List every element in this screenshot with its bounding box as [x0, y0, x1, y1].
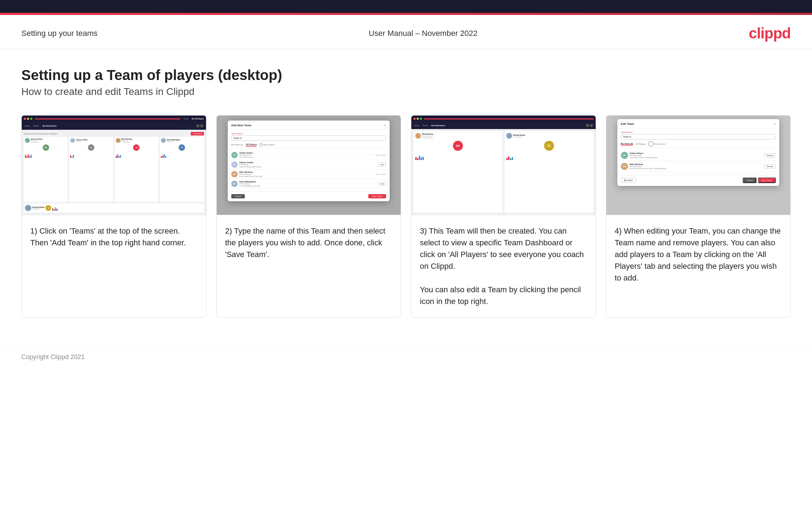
ss3-nav-actions: [586, 124, 593, 127]
ss3-bars-rb: [506, 153, 592, 160]
ss2-filter-checkbox[interactable]: [259, 143, 262, 146]
ss1-players-grid: AP Adrian Collins Plus Handicap The Shir…: [24, 137, 204, 202]
ss2-tab-all-players[interactable]: All Players: [246, 143, 257, 146]
ss2-team-name-input[interactable]: Team A: [231, 135, 386, 141]
ss4-player-detail-1b: The Shire London, United Kingdom: [630, 156, 763, 159]
ss2-player-detail-1b: The Shire London: [239, 156, 374, 158]
ss3-avatar-rb: [506, 133, 512, 139]
ss4-delete-button[interactable]: 🗑 Delete: [621, 178, 636, 183]
ss4-player-avatar-1: AP: [621, 152, 628, 159]
ss2-cancel-button[interactable]: Cancel: [231, 194, 245, 198]
ss4-cancel-button[interactable]: Cancel: [743, 177, 756, 183]
ss2-player-avatar-3: BM: [231, 171, 238, 177]
ss1-bars-3: [116, 152, 157, 158]
ss1-topbar: Home My All Players: [22, 116, 206, 122]
edit-team-modal: Edit Team × Team Name * Team A My Team (…: [617, 119, 779, 186]
ss1-btm-bar-a: [52, 208, 53, 211]
card-2-description: 2) Type the name of this Team and then s…: [217, 215, 401, 317]
copyright-text: Copyright Clippd 2021: [21, 353, 85, 361]
card-1-description: 1) Click on 'Teams' at the top of the sc…: [22, 215, 206, 317]
ss4-player-info-2: Blair McHarg Plus Handicap Royal North D…: [630, 163, 763, 170]
ss3-loc-bm: The Shire London: [422, 137, 433, 139]
ss3-player-card-rb: Richard Butler Plus Handicap 72: [505, 131, 594, 213]
ss2-player-avatar-4: DB: [231, 181, 238, 187]
ss3-p-top-bm: Blair McHarg Plus Handicap The Shire Lon…: [415, 133, 501, 139]
ss3-bar-bm-2: [417, 158, 418, 160]
ss3-main: Blair McHarg Plus Handicap The Shire Lon…: [411, 129, 596, 215]
ss1-filter-label: Viewing 4 out of 4 players from: All Pla…: [24, 133, 58, 135]
ss3-bar-rb-1: [506, 158, 508, 160]
ss2-player-row-3: BM Blair McHarg Plus Handicap Royal Nort…: [231, 170, 386, 179]
ss1-player-card-3: BM Blair McHarg Plus Handicap The Shire …: [115, 137, 158, 202]
ss1-add-team-btn[interactable]: + Add Team: [191, 132, 204, 135]
top-bar: [0, 0, 812, 13]
ss4-tab-my-team[interactable]: My Team (2): [621, 143, 633, 145]
ss2-modal-header: Add New Team ×: [228, 121, 390, 130]
main-content: Setting up a Team of players (desktop) H…: [0, 49, 812, 346]
page-title: Setting up a Team of players (desktop): [21, 67, 791, 83]
ss2-tab-my-team[interactable]: My Team (2): [231, 143, 243, 146]
ss1-avatar-2: AC: [70, 138, 75, 143]
ss3-bar-rb-2: [508, 156, 510, 160]
ss2-modal-body: Team Name * Team A My Team (2) All Playe…: [228, 130, 390, 192]
ss1-bar-3a: [116, 156, 117, 158]
ss2-filter-label: Filter by name: [263, 144, 274, 146]
ss1-bottom-card: RB Richard Butler Plus Handicap 72: [24, 203, 204, 213]
ss1-dot-yellow: [27, 118, 29, 120]
ss2-team-name-label: Team Name *: [231, 133, 386, 135]
ss2-add-btn-4[interactable]: Add: [378, 182, 386, 186]
ss3-nav-teams: Teams: [422, 124, 428, 127]
ss3-icon-edit[interactable]: [586, 124, 589, 127]
ss2-close-btn[interactable]: ×: [384, 123, 386, 127]
ss4-player-avatar-2: BM: [621, 163, 628, 170]
ss1-bottom-detail: Plus Handicap: [32, 208, 44, 210]
ss2-player-info-3: Blair McHarg Plus Handicap Royal North D…: [239, 171, 374, 177]
ss4-filter-checkbox[interactable]: [649, 142, 653, 146]
ss1-player-loc-1: The Shire London: [31, 142, 43, 143]
ss1-player-loc-3: The Shire London: [121, 142, 132, 143]
ss1-bars-1: [25, 152, 67, 158]
ss1-bar-1b: [26, 156, 27, 158]
ss1-bar-4a: [161, 156, 162, 158]
ss2-player-info-2: Adrian Coliba 5 Handicap Central London …: [239, 161, 376, 168]
ss1-bar-4d: [165, 156, 166, 158]
ss4-filter: Filter by name: [649, 142, 665, 146]
ss2-add-btn-2[interactable]: Add: [378, 162, 386, 167]
ss4-player-row-2: BM Blair McHarg Plus Handicap Royal Nort…: [621, 161, 776, 172]
ss1-player-card-1: AP Adrian Collins Plus Handicap The Shir…: [24, 137, 68, 202]
ss1-bar-3b: [117, 154, 118, 158]
ss4-team-name-input[interactable]: Team A: [621, 134, 776, 139]
card-4-description: 4) When editing your Team, you can chang…: [606, 215, 791, 317]
card-1: Home My All Players Import Players My Pe…: [21, 115, 206, 317]
ss4-remove-btn-2[interactable]: Remove: [764, 164, 776, 169]
ss1-bar-1e: [31, 155, 32, 158]
ss3-bar-bm-5: [422, 157, 424, 160]
ss1-nav-label: Home: [184, 118, 188, 120]
ss1-bottom-hcp: 72: [46, 205, 51, 211]
card-3-screenshot: Home Teams My Performance: [411, 116, 596, 215]
ss4-team-name-label: Team Name *: [621, 131, 776, 133]
ss4-player-info-1: Adrian Player Plus Handicap The Shire Lo…: [630, 152, 763, 159]
ss4-save-button[interactable]: Save Team: [758, 177, 776, 183]
ss1-hcp-circle-4: 78: [179, 144, 185, 151]
card-3: Home Teams My Performance: [411, 115, 596, 317]
ss4-player-detail-2b: Royal North Devon Golf Club, United King…: [630, 167, 763, 170]
ss4-body: Team Name * Team A My Team (2) All Playe…: [617, 128, 779, 175]
ss2-modal-footer: Cancel Save Team: [228, 192, 390, 201]
ss2-player-info-4: Dave Billingham 3.5 Handicap The Gog Mag…: [239, 181, 376, 187]
ss3-dot-r: [413, 118, 416, 120]
ss4-footer-right: Cancel Save Team: [743, 177, 776, 183]
footer: Copyright Clippd 2021: [0, 346, 812, 368]
ss4-tab-all-players[interactable]: All Players: [636, 143, 646, 145]
card-3-description: 3) This Team will then be created. You c…: [411, 215, 596, 317]
ss3-hcp-bm: 94: [453, 141, 463, 151]
ss1-btm-bar-b: [54, 209, 55, 211]
ss4-delete-label: Delete: [627, 179, 633, 181]
ss2-player-avatar-2: AC: [231, 161, 238, 168]
ss2-save-button[interactable]: Save Team: [368, 194, 386, 198]
card-1-screenshot: Home My All Players Import Players My Pe…: [22, 116, 206, 215]
ss4-remove-btn-1[interactable]: Remove: [764, 153, 776, 158]
ss4-footer: 🗑 Delete Cancel Save Team: [617, 175, 779, 186]
logo: clippd: [749, 25, 791, 42]
ss4-close-btn[interactable]: ×: [774, 122, 776, 126]
